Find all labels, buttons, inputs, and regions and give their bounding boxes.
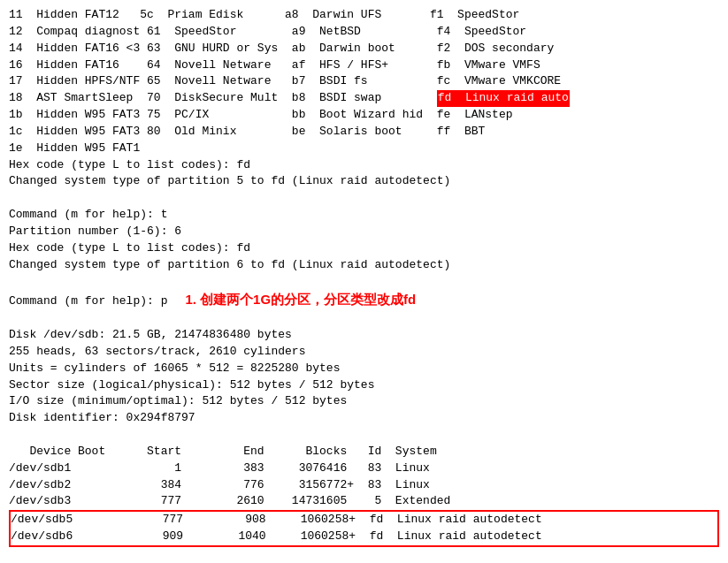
row-sdb6: /dev/sdb6 909 1040 1060258+ fd Linux rai… [11,529,717,545]
line-disk-info: Disk /dev/sdb: 21.5 GB, 21474836480 byte… [9,327,719,344]
line-blank4 [9,427,719,444]
line-row18: 18 AST SmartSleep 70 DiskSecure Mult b8 … [9,90,719,107]
terminal-output: 11 Hidden FAT12 5c Priam Edisk a8 Darwin… [9,7,719,563]
line-hex-prompt1: Hex code (type L to list codes): fd [9,157,719,174]
line-units: Units = cylinders of 16065 * 512 = 82252… [9,361,719,377]
line-row1b: 1b Hidden W95 FAT3 75 PC/IX bb Boot Wiza… [9,107,719,124]
line-disk-id: Disk identifier: 0x294f8797 [9,410,719,427]
line-blank3 [9,310,719,327]
line-changed5: Changed system type of partition 5 to fd… [9,173,719,190]
line-row16: 16 Hidden FAT16 64 Novell Netware af HFS… [9,57,719,74]
line-row12: 12 Compaq diagnost 61 SpeedStor a9 NetBS… [9,24,719,41]
line-row11: 11 Hidden FAT12 5c Priam Edisk a8 Darwin… [9,7,719,24]
line-hex-prompt2: Hex code (type L to list codes): fd [9,240,719,257]
line-row14: 14 Hidden FAT16 <3 63 GNU HURD or Sys ab… [9,41,719,57]
row-sdb5: /dev/sdb5 777 908 1060258+ fd Linux raid… [11,512,717,529]
line-sector-size: Sector size (logical/physical): 512 byte… [9,377,719,394]
line-cmd-t: Command (m for help): t [9,207,719,224]
line-changed6: Changed system type of partition 6 to fd… [9,257,719,274]
line-io-size: I/O size (minimum/optimal): 512 bytes / … [9,393,719,410]
line-row1e: 1e Hidden W95 FAT1 [9,141,719,157]
row-sdb1: /dev/sdb1 1 383 3076416 83 Linux [9,460,719,477]
line-part-num: Partition number (1-6): 6 [9,224,719,240]
highlighted-fd-linux-raid: fd Linux raid auto [437,90,570,107]
line-blank5 [9,547,719,563]
row-sdb2: /dev/sdb2 384 776 3156772+ 83 Linux [9,477,719,494]
line-blank2 [9,274,719,291]
table-column-header: Device Boot Start End Blocks Id System [9,444,719,460]
row-sdb3: /dev/sdb3 777 2610 14731605 5 Extended [9,493,719,510]
line-cmd-p: Command (m for help): p 1. 创建两个1G的分区，分区类… [9,290,719,310]
annotation-text: 1. 创建两个1G的分区，分区类型改成fd [185,290,416,309]
highlighted-partition-rows: /dev/sdb5 777 908 1060258+ fd Linux raid… [9,510,719,547]
line-row17: 17 Hidden HPFS/NTF 65 Novell Netware b7 … [9,73,719,90]
line-row1c: 1c Hidden W95 FAT3 80 Old Minix be Solar… [9,124,719,141]
line-blank1 [9,190,719,207]
line-heads: 255 heads, 63 sectors/track, 2610 cylind… [9,344,719,361]
